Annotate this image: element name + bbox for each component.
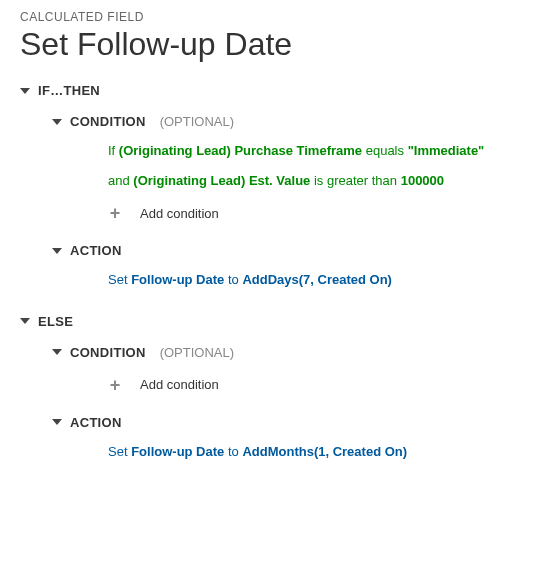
add-condition-label: Add condition <box>140 375 219 395</box>
add-condition-label: Add condition <box>140 204 219 224</box>
action-row[interactable]: Set Follow-up Date to AddMonths(1, Creat… <box>108 442 513 462</box>
add-condition-button[interactable]: + Add condition <box>108 372 513 399</box>
chevron-down-icon <box>52 248 62 254</box>
else-header[interactable]: ELSE <box>20 314 513 329</box>
condition-row[interactable]: and (Originating Lead) Est. Value is gre… <box>108 171 513 191</box>
action-label: ACTION <box>70 243 122 258</box>
condition-value: "Immediate" <box>408 143 485 158</box>
condition-operator: is greater than <box>314 173 397 188</box>
action-expression: AddMonths(1, Created On) <box>242 444 407 459</box>
chevron-down-icon <box>52 419 62 425</box>
condition-field: (Originating Lead) Est. Value <box>133 173 310 188</box>
condition-operator: equals <box>366 143 404 158</box>
if-then-label: IF…THEN <box>38 83 100 98</box>
chevron-down-icon <box>52 119 62 125</box>
condition-row[interactable]: If (Originating Lead) Purchase Timeframe… <box>108 141 513 161</box>
page-title: Set Follow-up Date <box>20 26 513 63</box>
condition-label: CONDITION <box>70 345 146 360</box>
action-header-if[interactable]: ACTION <box>52 243 513 258</box>
optional-label: (OPTIONAL) <box>160 114 234 129</box>
else-label: ELSE <box>38 314 73 329</box>
add-condition-button[interactable]: + Add condition <box>108 200 513 227</box>
if-then-header[interactable]: IF…THEN <box>20 83 513 98</box>
action-target: Follow-up Date <box>131 272 224 287</box>
chevron-down-icon <box>20 88 30 94</box>
plus-icon: + <box>108 200 122 227</box>
action-target: Follow-up Date <box>131 444 224 459</box>
condition-header-else[interactable]: CONDITION (OPTIONAL) <box>52 345 513 360</box>
plus-icon: + <box>108 372 122 399</box>
chevron-down-icon <box>20 318 30 324</box>
condition-header-if[interactable]: CONDITION (OPTIONAL) <box>52 114 513 129</box>
optional-label: (OPTIONAL) <box>160 345 234 360</box>
chevron-down-icon <box>52 349 62 355</box>
condition-value: 100000 <box>401 173 444 188</box>
condition-field: (Originating Lead) Purchase Timeframe <box>119 143 362 158</box>
action-expression: AddDays(7, Created On) <box>242 272 392 287</box>
action-label: ACTION <box>70 415 122 430</box>
breadcrumb: CALCULATED FIELD <box>20 10 513 24</box>
action-row[interactable]: Set Follow-up Date to AddDays(7, Created… <box>108 270 513 290</box>
action-header-else[interactable]: ACTION <box>52 415 513 430</box>
condition-label: CONDITION <box>70 114 146 129</box>
